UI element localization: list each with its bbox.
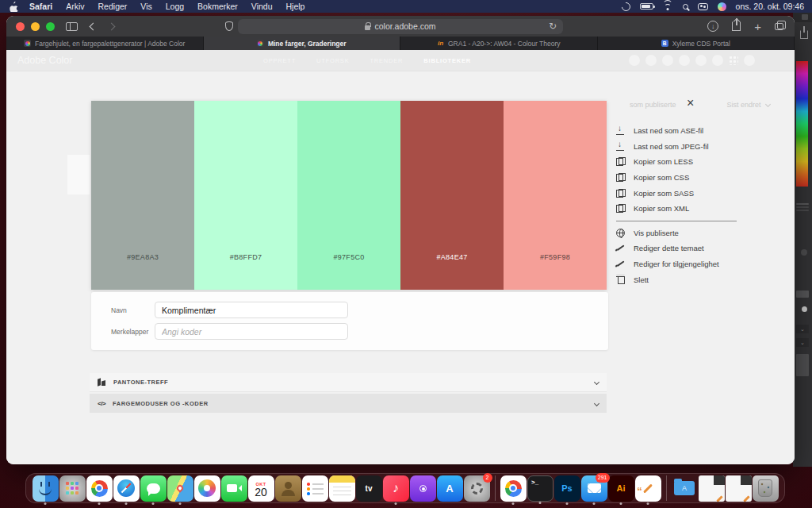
browser-tab[interactable]: Fargehjulet, en fargepalettgenerator | A… xyxy=(6,37,204,50)
podcasts-glyph xyxy=(419,485,427,492)
color-swatch[interactable]: #97F5C0 xyxy=(297,101,400,290)
finder-dock-icon[interactable] xyxy=(33,475,59,502)
running-indicator-dot xyxy=(620,502,622,505)
music-dock-icon[interactable] xyxy=(383,475,409,502)
menu-item[interactable]: Rediger dette temaet xyxy=(616,241,775,256)
badge-icon xyxy=(645,55,657,66)
mail-dock-icon[interactable]: 291 xyxy=(581,475,607,502)
adobe-color-logo[interactable]: Adobe Color xyxy=(17,55,73,66)
reload-icon[interactable]: ↻ xyxy=(549,21,557,32)
menu-bar-item-bokmerker[interactable]: Bokmerker xyxy=(197,2,238,11)
trash-dock-icon[interactable] xyxy=(753,475,779,502)
folder-dock-icon[interactable]: A xyxy=(672,475,698,502)
color-swatch[interactable]: #F59F98 xyxy=(504,101,607,290)
site-nav-biblioteker[interactable]: BIBLIOTEKER xyxy=(423,57,471,64)
tags-input[interactable] xyxy=(155,323,348,340)
window-dock-icon[interactable] xyxy=(726,475,752,502)
menu-item[interactable]: Kopier som SASS xyxy=(616,185,775,201)
running-indicator-dot xyxy=(125,502,128,505)
appletv-dock-icon[interactable] xyxy=(356,475,382,502)
reminders-dock-icon[interactable] xyxy=(302,475,328,502)
browser-tab[interactable]: inGRA1 - A20->: AW04 - Colour Theory xyxy=(400,37,598,50)
menu-item[interactable]: Slett xyxy=(616,271,775,287)
contacts-dock-icon[interactable] xyxy=(275,475,301,502)
settings-glyph xyxy=(471,483,483,495)
swatch-hex-label: #9EA8A3 xyxy=(91,253,194,261)
menu-bar-item-arkiv[interactable]: Arkiv xyxy=(66,2,84,11)
adobe-color-page: Adobe Color OPPRETTUTFORSKTRENDERBIBLIOT… xyxy=(6,50,795,464)
color-modes-section-header[interactable]: </> FARGEMODUSER OG -KODER xyxy=(90,394,607,413)
spotlight-icon[interactable] xyxy=(683,4,688,10)
forward-button[interactable] xyxy=(108,22,116,30)
color-spectrum-strip[interactable] xyxy=(796,61,808,187)
window-dock-icon[interactable] xyxy=(699,475,725,502)
zoom-window-button[interactable] xyxy=(46,22,55,31)
downloads-button[interactable]: ↓ xyxy=(707,21,718,32)
menu-bar-item-rediger[interactable]: Rediger xyxy=(98,2,128,11)
back-button[interactable] xyxy=(90,22,98,30)
menu-item[interactable]: Last ned som JPEG-fil xyxy=(616,139,775,155)
browser-tab[interactable]: BXyleme CDS Portal xyxy=(598,37,795,50)
chrome-dock-icon[interactable] xyxy=(500,475,527,502)
menu-item[interactable]: Kopier som XML xyxy=(616,201,775,217)
photoshop-dock-icon[interactable]: Ps xyxy=(554,475,580,502)
menu-bar-item-vindu[interactable]: Vindu xyxy=(251,2,273,11)
safari-dock-icon[interactable] xyxy=(113,475,140,502)
site-nav-trender[interactable]: TRENDER xyxy=(370,57,403,64)
user-avatar-icon[interactable] xyxy=(718,2,726,11)
running-indicator-dot xyxy=(179,502,182,505)
podcasts-dock-icon[interactable] xyxy=(410,475,436,502)
name-input[interactable] xyxy=(155,302,348,318)
name-label: Navn xyxy=(111,306,155,314)
maps-dock-icon[interactable] xyxy=(167,475,193,502)
close-menu-button[interactable]: × xyxy=(687,98,694,109)
menu-item[interactable]: Kopier som LESS xyxy=(616,154,775,170)
chrome-dock-icon[interactable] xyxy=(86,475,113,502)
menu-bar-items: SafariArkivRedigerVisLoggBokmerkerVinduH… xyxy=(29,2,304,11)
apple-menu-icon[interactable] xyxy=(10,2,18,12)
share-button[interactable] xyxy=(732,21,741,31)
pantone-section-header[interactable]: PANTONE-TREFF xyxy=(90,373,607,392)
menu-item[interactable]: Last ned som ASE-fil xyxy=(616,123,775,139)
messages-dock-icon[interactable] xyxy=(140,475,167,502)
menu-item[interactable]: Vis publiserte xyxy=(616,225,775,241)
close-window-button[interactable] xyxy=(16,22,25,31)
terminal-dock-icon[interactable] xyxy=(527,475,553,502)
control-center-icon[interactable] xyxy=(698,3,708,10)
tags-label: Merkelapper xyxy=(111,328,155,336)
site-nav-utforsk[interactable]: UTFORSK xyxy=(316,57,349,64)
share-icon xyxy=(800,30,808,39)
color-swatch[interactable]: #B8FFD7 xyxy=(194,101,297,290)
minimize-window-button[interactable] xyxy=(31,22,40,31)
browser-tab[interactable]: Mine farger, Graderinger xyxy=(204,37,401,50)
creative-cloud-menubar-icon[interactable] xyxy=(619,0,631,12)
menu-item[interactable]: Rediger for tilgjengelighet xyxy=(616,256,775,272)
color-swatch[interactable]: #A84E47 xyxy=(400,101,504,290)
calendar-dock-icon[interactable]: OKT20 xyxy=(248,475,274,502)
color-swatch[interactable]: #9EA8A3 xyxy=(91,101,194,290)
settings-dock-icon[interactable]: 2 xyxy=(464,475,490,502)
battery-icon[interactable] xyxy=(640,3,653,10)
tab-overview-button[interactable] xyxy=(775,23,783,30)
sidebar-toggle-icon[interactable] xyxy=(66,22,78,31)
menu-bar-item-safari[interactable]: Safari xyxy=(29,2,52,11)
pages-dock-icon[interactable] xyxy=(635,475,661,502)
menu-bar-item-vis[interactable]: Vis xyxy=(140,2,151,11)
menu-bar-item-logg[interactable]: Logg xyxy=(166,2,184,11)
menu-bar-clock[interactable]: ons. 20. okt. 09:46 xyxy=(736,2,804,11)
wifi-icon[interactable] xyxy=(663,2,673,10)
background-app-window: ⌄ ⌄ xyxy=(793,11,812,467)
address-bar[interactable]: color.adobe.com ↻ xyxy=(238,19,563,34)
appstore-dock-icon[interactable] xyxy=(437,475,463,502)
launchpad-dock-icon[interactable] xyxy=(59,475,86,502)
privacy-shield-icon[interactable] xyxy=(225,21,233,31)
menu-bar-item-hjelp[interactable]: Hjelp xyxy=(286,2,305,11)
lock-icon xyxy=(365,25,370,30)
facetime-dock-icon[interactable] xyxy=(221,475,247,502)
menu-item[interactable]: Kopier som CSS xyxy=(616,170,775,186)
notes-dock-icon[interactable] xyxy=(329,475,355,502)
new-tab-button[interactable]: + xyxy=(754,20,761,33)
photos-dock-icon[interactable] xyxy=(194,475,220,502)
illustrator-dock-icon[interactable]: Ai xyxy=(608,475,634,502)
site-nav-opprett[interactable]: OPPRETT xyxy=(263,57,296,64)
